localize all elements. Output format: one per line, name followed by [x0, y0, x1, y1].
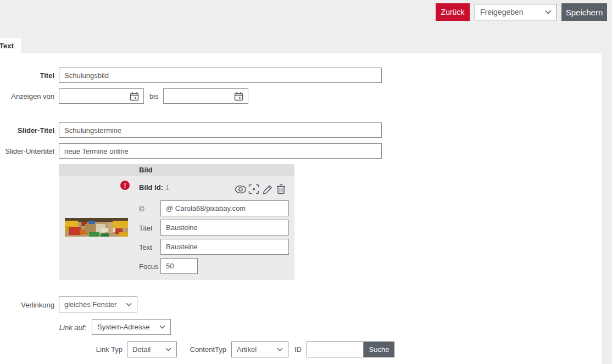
bild-thumbnail [65, 218, 128, 237]
trash-icon[interactable] [276, 184, 286, 194]
tab-text-label: Text [0, 42, 14, 50]
save-button[interactable]: Speichern [561, 3, 607, 21]
focus-label: Focus [139, 262, 158, 271]
copyright-label: © [139, 205, 144, 213]
slider-titel-label: Slider-Titel [0, 126, 54, 135]
bild-titel-label: Titel [139, 224, 152, 232]
bild-titel-input[interactable] [160, 220, 289, 236]
bild-id-caption: Bild Id: [139, 183, 163, 192]
titel-input[interactable] [59, 68, 382, 83]
pencil-icon[interactable] [263, 184, 273, 194]
error-icon: ! [120, 181, 130, 190]
anzeigen-von-label: Anzeigen von [0, 92, 54, 100]
content-typ-select-value: Artikel [237, 345, 257, 354]
focal-point-icon[interactable] [248, 184, 259, 194]
suche-button[interactable]: Suche [364, 341, 394, 357]
chevron-down-icon [542, 10, 552, 14]
right-gutter [602, 53, 612, 364]
slider-untertitel-input[interactable] [59, 143, 382, 159]
content-typ-label: ContentTyp [165, 345, 226, 354]
bild-id-value: 1 [165, 183, 169, 192]
link-typ-select-value: Detail [132, 345, 151, 354]
slider-untertitel-label: Slider-Untertitel [0, 147, 54, 155]
tab-text[interactable]: Text [0, 38, 21, 53]
chevron-down-icon [156, 325, 165, 329]
editor-page: Zurück Freigegeben Speichern Text Titel … [0, 0, 612, 364]
link-typ-label: Link Typ [66, 345, 123, 354]
id-label: ID [294, 345, 304, 354]
back-button[interactable]: Zurück [436, 3, 470, 21]
calendar-icon[interactable] [234, 92, 243, 101]
eye-icon[interactable] [235, 185, 247, 194]
status-select[interactable]: Freigegeben [475, 4, 557, 20]
link-auf-label: Link auf: [0, 323, 86, 332]
verlinkung-select-value: gleiches Fenster [64, 300, 116, 309]
bild-id-label: Bild Id: 1 [139, 183, 169, 192]
bild-text-label: Text [139, 243, 152, 251]
chevron-down-icon [274, 348, 283, 351]
link-auf-select[interactable]: System-Adresse [92, 319, 171, 335]
status-select-value: Freigegeben [480, 8, 524, 16]
verlinkung-select[interactable]: gleiches Fenster [59, 296, 137, 312]
slider-titel-input[interactable] [59, 122, 382, 138]
copyright-input[interactable] [160, 200, 289, 216]
bild-text-input[interactable] [160, 239, 289, 255]
verlinkung-label: Verlinkung [0, 301, 54, 309]
bis-label: bis [149, 92, 160, 100]
calendar-icon[interactable] [130, 92, 139, 101]
titel-label: Titel [0, 71, 54, 80]
id-input[interactable] [307, 341, 364, 357]
bild-thumbnail-mosaic [65, 218, 128, 237]
content-typ-select[interactable]: Artikel [231, 341, 288, 357]
link-auf-select-value: System-Adresse [97, 323, 149, 331]
focus-input[interactable] [160, 258, 198, 274]
chevron-down-icon [123, 303, 132, 306]
bild-panel-header: Bild [59, 164, 294, 176]
